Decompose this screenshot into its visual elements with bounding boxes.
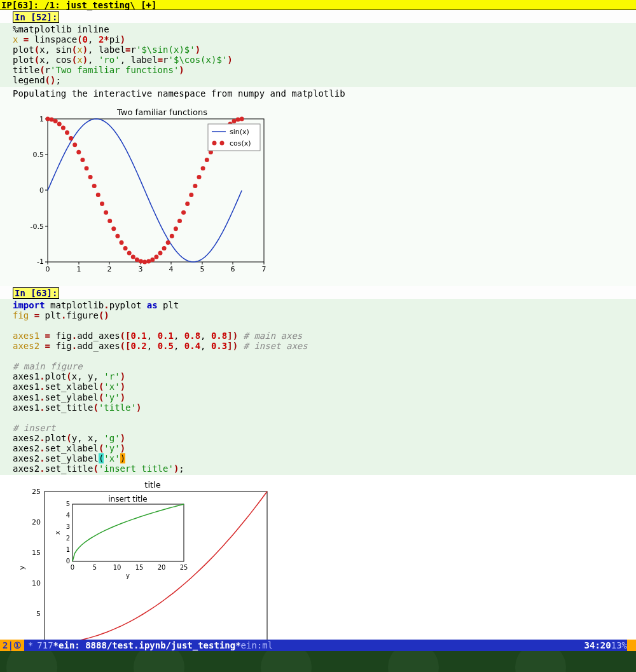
svg-point-76 (236, 117, 240, 121)
svg-text:15: 15 (32, 549, 41, 557)
cell1-prompt: In [52]: (13, 11, 59, 23)
svg-text:10: 10 (32, 579, 41, 587)
svg-point-39 (92, 184, 97, 188)
svg-point-47 (123, 246, 128, 250)
title-text: IP[63]: /1: just_testing\ [+] (1, 0, 156, 10)
svg-text:1: 1 (66, 546, 70, 553)
svg-text:5: 5 (66, 500, 70, 507)
svg-point-55 (154, 254, 158, 259)
svg-point-59 (170, 233, 174, 238)
cell2-code[interactable]: import matplotlib.pyplot as plt fig = pl… (0, 299, 636, 476)
chart1-legend: sin(x) cos(x) (208, 124, 260, 151)
svg-point-35 (76, 149, 81, 154)
svg-point-63 (185, 202, 190, 206)
cell1-figure: Two familiar functions 1 0.5 0 -0.5 -1 (0, 100, 636, 286)
svg-point-28 (50, 117, 54, 121)
cell1-code[interactable]: %matplotlib inline x = linspace(0, 2*pi)… (0, 23, 636, 87)
svg-text:0: 0 (66, 558, 70, 565)
editor-window: IP[63]: /1: just_testing\ [+] In [52]: %… (0, 0, 636, 672)
svg-point-36 (80, 158, 85, 162)
svg-point-29 (53, 119, 58, 123)
chart2-title: title (144, 480, 160, 490)
svg-point-62 (181, 210, 186, 214)
svg-point-49 (131, 254, 135, 259)
chart1-title: Two familiar functions (116, 107, 207, 117)
svg-point-65 (193, 184, 197, 188)
svg-text:2: 2 (107, 265, 112, 273)
svg-text:insert title: insert title (108, 495, 148, 504)
svg-text:-1: -1 (37, 257, 44, 266)
svg-point-66 (197, 175, 202, 179)
chart2-svg: title 0 5 10 15 20 25 0 1 (13, 479, 280, 649)
svg-point-40 (96, 193, 100, 197)
svg-text:x: x (54, 531, 61, 535)
svg-text:6: 6 (231, 265, 235, 273)
svg-point-67 (201, 166, 205, 170)
cell1-stdout: Populating the interactive namespace fro… (0, 87, 636, 100)
svg-point-38 (88, 175, 93, 179)
svg-point-30 (57, 121, 62, 126)
minibuffer-area[interactable] (0, 651, 636, 672)
svg-point-53 (146, 259, 151, 263)
svg-point-45 (115, 233, 120, 238)
svg-point-56 (158, 250, 163, 255)
svg-text:20: 20 (158, 564, 166, 571)
svg-text:2: 2 (66, 535, 70, 542)
svg-point-32 (65, 130, 69, 135)
svg-text:20: 20 (32, 518, 41, 526)
svg-point-33 (69, 136, 73, 141)
svg-point-50 (135, 257, 139, 262)
text-cursor: ) (120, 453, 125, 463)
svg-text:1: 1 (77, 265, 81, 273)
svg-text:5: 5 (36, 610, 41, 618)
buffer-content[interactable]: In [52]: %matplotlib inline x = linspace… (0, 10, 636, 649)
svg-text:10: 10 (113, 564, 121, 571)
svg-rect-99 (73, 504, 184, 561)
svg-point-81 (212, 141, 217, 145)
svg-point-77 (240, 116, 244, 121)
svg-text:y: y (18, 566, 26, 570)
svg-text:4: 4 (66, 512, 70, 519)
svg-text:0: 0 (39, 186, 44, 195)
svg-point-31 (61, 125, 66, 130)
cell2-prompt: In [63]: (13, 287, 59, 299)
mode-line: 2|① * 717 *ein: 8888/test.ipynb/just_tes… (0, 640, 636, 651)
svg-point-34 (73, 142, 77, 147)
status-badge: 2|① (0, 640, 24, 651)
cell2-figure: title 0 5 10 15 20 25 0 1 (0, 475, 636, 649)
cursor-position: 34:20 (584, 640, 611, 650)
svg-point-58 (166, 240, 170, 245)
end-indicator (627, 640, 636, 651)
svg-point-46 (120, 240, 124, 245)
svg-text:-0.5: -0.5 (31, 223, 44, 231)
svg-text:1: 1 (39, 115, 44, 123)
svg-point-82 (220, 141, 225, 145)
buffer-name: *ein: 8888/test.ipynb/just_testing* (53, 640, 241, 650)
svg-text:5: 5 (200, 265, 205, 273)
svg-text:0: 0 (71, 564, 74, 571)
svg-text:3: 3 (139, 265, 143, 273)
svg-text:25: 25 (180, 564, 188, 571)
svg-text:sin(x): sin(x) (230, 128, 249, 136)
svg-point-60 (174, 226, 178, 231)
svg-text:4: 4 (169, 265, 174, 273)
major-mode: ein:ml (241, 640, 273, 650)
svg-text:0: 0 (46, 265, 50, 273)
svg-text:y: y (126, 572, 130, 579)
svg-text:5: 5 (93, 564, 97, 571)
svg-point-37 (85, 166, 89, 170)
svg-text:15: 15 (135, 564, 144, 571)
svg-point-61 (177, 219, 182, 223)
svg-point-44 (111, 226, 116, 231)
svg-text:0.5: 0.5 (33, 151, 45, 159)
svg-point-64 (189, 193, 193, 197)
svg-text:7: 7 (262, 265, 266, 273)
svg-point-75 (232, 119, 237, 123)
svg-point-54 (150, 257, 155, 262)
svg-point-48 (127, 250, 132, 255)
svg-point-52 (142, 259, 147, 264)
svg-point-68 (205, 158, 209, 162)
chart1-svg: Two familiar functions 1 0.5 0 -0.5 -1 (13, 106, 267, 278)
svg-text:3: 3 (66, 523, 70, 530)
svg-point-51 (139, 259, 143, 263)
